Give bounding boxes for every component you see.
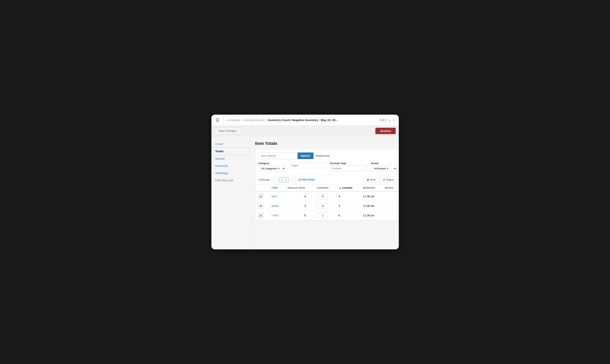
item-totals-card: Search ▾Advanced Category All Categories…: [255, 149, 399, 221]
row-notes: [382, 201, 399, 211]
row-print-button[interactable]: 🖶: [258, 203, 263, 208]
table-row: 🖶 jacket -3 3 11:38 am: [255, 201, 399, 211]
print-button[interactable]: 🖶 Print: [364, 177, 378, 182]
sort-up-icon: ▲: [339, 187, 341, 189]
sidebar-item-reconcile[interactable]: Reconcile: [211, 162, 250, 169]
search-button[interactable]: Search: [297, 153, 314, 159]
main-window: ☰ ▪ Inventory › Inventory Counts › Inven…: [211, 115, 399, 249]
nav-pager: 2 of 2 ‹ ›: [379, 117, 395, 123]
breadcrumb-sep-1: ›: [242, 118, 243, 122]
results-row: 3 Results ‹ 1 - 3 › 15 PER PAGE 🖶 Print …: [255, 175, 399, 184]
filters-row: Category All Categories ⇕ Exclude Tags: [255, 159, 399, 175]
row-change: 6: [336, 211, 360, 220]
breadcrumb: ▪ Inventory › Inventory Counts › Invento…: [227, 118, 377, 122]
pager-text: 2 of 2: [379, 118, 386, 122]
row-notes: [382, 211, 399, 220]
inventory-icon: ▪: [227, 118, 228, 122]
row-notes: [382, 192, 399, 201]
row-item-name[interactable]: hem: [269, 192, 285, 201]
count-input[interactable]: [317, 203, 328, 208]
row-should-have: -5: [285, 211, 314, 220]
search-bar: Search ▾Advanced: [255, 149, 399, 159]
row-item-name[interactable]: t-shirt: [269, 211, 285, 220]
item-link[interactable]: t-shirt: [272, 214, 278, 217]
tags-input[interactable]: [289, 163, 326, 168]
row-item-name[interactable]: jacket: [269, 201, 285, 211]
row-print-cell: 🖶: [255, 201, 269, 211]
table-body: 🖶 hem -4 4 11:38 am 🖶 jacket -3 3 11:38 …: [255, 192, 399, 220]
per-page-selector[interactable]: 15 PER PAGE: [298, 178, 315, 181]
tags-filter-group: [289, 162, 326, 168]
export-label: Export: [386, 178, 394, 181]
table-row: 🖶 t-shirt -5 6 11:38 am: [255, 211, 399, 220]
table-header: ITEM SHOULD HAVE COUNTED ▲ CHANGE MODIFI…: [255, 185, 399, 192]
pager-prev-button[interactable]: ‹: [388, 117, 391, 123]
sidebar-item-shrinkage[interactable]: Shrinkage: [211, 169, 250, 177]
count-input[interactable]: [317, 194, 328, 199]
row-should-have: -3: [285, 201, 314, 211]
row-modified: 11:38 am: [360, 211, 382, 220]
col-counted: COUNTED: [314, 185, 336, 192]
brand-filter-group: Brand All Brands ⇕: [371, 162, 397, 171]
count-input[interactable]: [317, 213, 328, 218]
row-change: 3: [336, 201, 360, 211]
page-range: 1 - 3: [279, 177, 289, 182]
row-counted: [314, 211, 336, 220]
brand-select[interactable]: All Brands ⇕: [371, 166, 397, 171]
item-link[interactable]: jacket: [272, 204, 279, 208]
col-change: ▲ CHANGE: [336, 185, 360, 192]
item-search-input[interactable]: [258, 153, 297, 159]
row-print-button[interactable]: 🖶: [258, 194, 263, 199]
sidebar-item-missed[interactable]: Missed: [211, 155, 250, 162]
row-print-cell: 🖶: [255, 192, 269, 201]
category-select[interactable]: All Categories ⇕: [258, 166, 285, 171]
breadcrumb-sep-2: ›: [266, 118, 267, 122]
exclude-tags-label: Exclude Tags: [330, 162, 367, 165]
results-actions: 🖶 Print ⬇ Export: [364, 177, 396, 182]
sidebar-item-count[interactable]: Count: [211, 140, 250, 147]
hamburger-icon[interactable]: ☰: [215, 117, 220, 123]
archive-button[interactable]: Archive: [375, 128, 395, 134]
export-icon: ⬇: [383, 178, 385, 181]
col-item: ITEM: [269, 185, 285, 192]
row-change: 4: [336, 192, 360, 201]
results-count: 3 Results: [258, 178, 270, 181]
nav-divider: [223, 117, 224, 123]
exclude-tags-input[interactable]: [330, 166, 367, 171]
sidebar-item-print-item-list[interactable]: Print Item List: [211, 177, 250, 184]
col-should-have: SHOULD HAVE: [285, 185, 314, 192]
nav-bar: ☰ ▪ Inventory › Inventory Counts › Inven…: [211, 115, 399, 126]
item-link[interactable]: hem: [272, 195, 277, 198]
inventory-table: ITEM SHOULD HAVE COUNTED ▲ CHANGE MODIFI…: [255, 184, 399, 220]
category-filter-group: Category All Categories ⇕: [258, 162, 285, 171]
main-layout: Count Totals Missed Reconcile Shrinkage …: [211, 136, 399, 249]
advanced-search-button[interactable]: ▾Advanced: [316, 154, 329, 157]
category-label: Category: [258, 162, 285, 165]
sidebar: Count Totals Missed Reconcile Shrinkage …: [211, 136, 250, 249]
exclude-tags-filter-group: Exclude Tags: [330, 162, 367, 171]
col-print: [255, 185, 269, 192]
save-changes-button[interactable]: Save Changes: [215, 128, 241, 134]
page-next-button[interactable]: ›: [290, 177, 295, 182]
content-area: Item Totals Search ▾Advanced Category Al…: [250, 136, 399, 249]
row-modified: 11:38 am: [360, 201, 382, 211]
section-title: Item Totals: [255, 141, 399, 146]
col-notes: NOTES: [382, 185, 399, 192]
brand-label: Brand: [371, 162, 397, 165]
row-should-have: -4: [285, 192, 314, 201]
breadcrumb-inventory-counts[interactable]: Inventory Counts: [244, 118, 264, 122]
col-modified: MODIFIED: [360, 185, 382, 192]
page-prev-button[interactable]: ‹: [272, 177, 277, 182]
sidebar-item-totals[interactable]: Totals: [211, 147, 250, 155]
row-counted: [314, 192, 336, 201]
breadcrumb-current-page: Inventory Count: Negative Inventory - Ma…: [268, 118, 338, 122]
print-icon: 🖶: [367, 178, 369, 181]
row-modified: 11:38 am: [360, 192, 382, 201]
print-label: Print: [370, 178, 375, 181]
export-button[interactable]: ⬇ Export: [380, 177, 397, 182]
breadcrumb-inventory[interactable]: Inventory: [229, 118, 241, 122]
table-row: 🖶 hem -4 4 11:38 am: [255, 192, 399, 201]
row-print-cell: 🖶: [255, 211, 269, 220]
row-print-button[interactable]: 🖶: [258, 213, 263, 218]
pager-next-button[interactable]: ›: [392, 117, 395, 123]
